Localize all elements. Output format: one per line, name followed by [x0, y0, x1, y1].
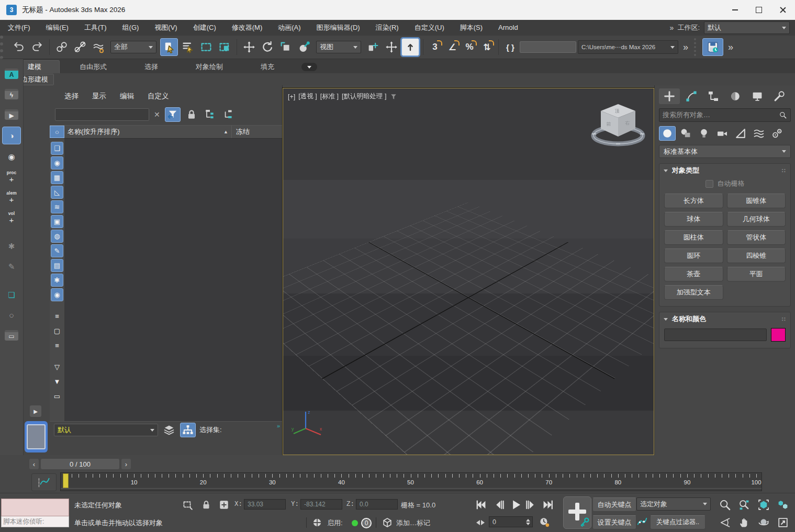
set-key-mode-button[interactable]: 设置关键点	[592, 515, 636, 529]
selection-filter-dropdown[interactable]: 全部	[110, 41, 156, 53]
unlink-selection-button[interactable]	[72, 39, 88, 55]
spinner-snap-button[interactable]: ⇅	[479, 39, 495, 55]
tab-create[interactable]	[659, 88, 680, 104]
select-and-link-button[interactable]	[53, 39, 70, 55]
explorer-menu-customize[interactable]: 自定义	[144, 90, 172, 102]
create-pyramid-button[interactable]: 四棱锥	[727, 248, 786, 263]
menu-scripting[interactable]: 脚本(S)	[452, 20, 490, 36]
toolbar-overflow-chevron-2[interactable]: »	[728, 42, 733, 53]
frame-step-arrows[interactable]	[475, 518, 486, 527]
menu-views[interactable]: 视图(V)	[147, 20, 185, 36]
previous-frame-button[interactable]: ‹	[29, 459, 39, 469]
x-coordinate-field[interactable]: 33.03	[244, 499, 286, 510]
previous-key-button[interactable]	[491, 497, 507, 512]
primitive-category-dropdown[interactable]: 标准基本体	[659, 145, 791, 158]
category-shapes-button[interactable]	[677, 126, 694, 141]
category-geometry-button[interactable]	[659, 126, 676, 141]
menu-file[interactable]: 文件(F)	[0, 20, 38, 36]
name-color-rollout-header[interactable]: 名称和颜色 ∷	[659, 312, 790, 326]
menu-modifiers[interactable]: 修改器(M)	[224, 20, 271, 36]
sidebar-rig-pose-icon[interactable]: ✱	[3, 237, 20, 254]
object-name-input[interactable]	[664, 329, 767, 341]
explorer-filter-view-list-icon[interactable]: ≡	[51, 310, 63, 323]
explorer-filter-groups-icon[interactable]: ▣	[51, 215, 63, 228]
tab-modify[interactable]	[681, 88, 702, 104]
sidebar-panel-a-icon[interactable]: A	[3, 65, 20, 82]
create-text-button[interactable]: 加强型文本	[664, 285, 723, 300]
sidebar-light-a-icon[interactable]: ◉	[3, 148, 20, 165]
zoom-button[interactable]	[716, 496, 734, 513]
expand-hierarchy-button[interactable]	[203, 108, 217, 121]
key-filters-button[interactable]: 关键点过滤器..	[650, 515, 706, 529]
tab-hierarchy[interactable]	[703, 88, 724, 104]
field-of-view-button[interactable]	[716, 514, 734, 530]
explorer-filter-funnel-config-icon[interactable]: ▼	[51, 375, 63, 388]
menu-graph-editors[interactable]: 图形编辑器(D)	[309, 20, 368, 36]
active-layer-dropdown[interactable]: 默认	[54, 424, 158, 436]
sidebar-image-stack-icon[interactable]: ❏	[3, 286, 20, 303]
zoom-extents-button[interactable]	[755, 496, 772, 513]
zero-badge[interactable]: 0	[361, 518, 372, 528]
create-tube-button[interactable]: 管状体	[727, 230, 786, 245]
create-cone-button[interactable]: 圆锥体	[727, 194, 786, 208]
menu-edit[interactable]: 编辑(E)	[38, 20, 76, 36]
ribbon-tab-freeform[interactable]: 自由形式	[62, 61, 125, 73]
use-pivot-center-button[interactable]	[365, 39, 382, 55]
object-color-swatch[interactable]	[771, 328, 786, 342]
scene-object-list[interactable]	[65, 139, 282, 421]
category-spacewarps-button[interactable]	[751, 126, 767, 141]
autobackup-save-button[interactable]	[702, 38, 723, 56]
object-type-rollout-header[interactable]: 对象类型 ∷	[659, 164, 790, 177]
go-to-end-button[interactable]	[540, 497, 556, 512]
per-view-filter-icon[interactable]	[389, 93, 398, 101]
freeze-column-header[interactable]: 冻结	[232, 126, 282, 138]
active-layer-swatch[interactable]	[25, 421, 48, 452]
select-and-rotate-button[interactable]	[259, 39, 276, 55]
sidebar-pose-list-icon[interactable]: ✎	[3, 258, 20, 275]
sidebar-window-pair-icon[interactable]: ▭	[3, 327, 20, 344]
maxscript-mini-listener[interactable]: 脚本迷你侦听:	[1, 499, 69, 527]
next-key-button[interactable]	[523, 497, 539, 512]
sidebar-viewport-shading-icon[interactable]: ◑	[2, 127, 21, 144]
select-and-move-button[interactable]	[241, 39, 257, 55]
create-box-button[interactable]: 长方体	[664, 194, 723, 208]
sidebar-proc-add-icon[interactable]: proc+	[3, 168, 20, 185]
minimize-button[interactable]	[723, 0, 747, 20]
menu-rendering[interactable]: 渲染(R)	[368, 20, 407, 36]
window-crossing-toggle[interactable]	[216, 39, 233, 55]
select-column-header[interactable]: ○	[50, 126, 64, 138]
layers-view-button[interactable]	[162, 423, 176, 437]
explorer-filter-frames-icon[interactable]: ▤	[51, 259, 63, 272]
angle-snap-button[interactable]: ∠	[444, 39, 460, 55]
z-coordinate-field[interactable]: 0.0	[356, 499, 398, 510]
maximize-viewport-button[interactable]	[774, 514, 792, 530]
explorer-filter-view-detail-icon[interactable]: ≡	[51, 339, 63, 352]
explorer-filter-visibility-icon[interactable]: ◉	[51, 288, 63, 301]
create-sphere-button[interactable]: 球体	[664, 212, 723, 227]
reference-coordinate-dropdown[interactable]: 视图	[316, 41, 361, 53]
explorer-filter-cameras-icon[interactable]: ▦	[51, 171, 63, 184]
snap-toggle-button[interactable]: 3	[427, 39, 443, 55]
ribbon-tab-object-paint[interactable]: 对象绘制	[178, 61, 241, 73]
tab-motion[interactable]	[725, 88, 746, 104]
menu-tools[interactable]: 工具(T)	[76, 20, 115, 36]
explorer-filter-materials-icon[interactable]: ✱	[51, 274, 63, 287]
menu-group[interactable]: 组(G)	[115, 20, 147, 36]
time-configuration-button[interactable]	[538, 516, 551, 528]
explorer-filter-geometry-icon[interactable]: ❑	[51, 142, 63, 155]
category-systems-button[interactable]	[769, 126, 786, 141]
category-cameras-button[interactable]	[714, 126, 731, 141]
time-slider[interactable]: 0 / 100	[41, 459, 119, 469]
project-folder-dropdown[interactable]: C:\Users\me⋯ds Max 2026	[578, 40, 678, 54]
create-cylinder-button[interactable]: 圆柱体	[664, 230, 723, 245]
explorer-menu-edit[interactable]: 编辑	[117, 90, 137, 102]
zoom-all-button[interactable]	[735, 496, 753, 513]
zoom-extents-all-button[interactable]	[774, 496, 792, 513]
viewcube[interactable]: 顶 前 右	[587, 96, 650, 153]
absolute-offset-toggle-icon[interactable]	[218, 499, 230, 511]
name-column-header[interactable]: 名称(按升序排序) ▲	[64, 126, 232, 138]
menu-overflow-chevron[interactable]: »	[670, 24, 674, 32]
create-torus-button[interactable]: 圆环	[664, 248, 723, 263]
workspace-dropdown[interactable]: 默认	[704, 21, 790, 34]
maximize-button[interactable]	[747, 0, 771, 20]
